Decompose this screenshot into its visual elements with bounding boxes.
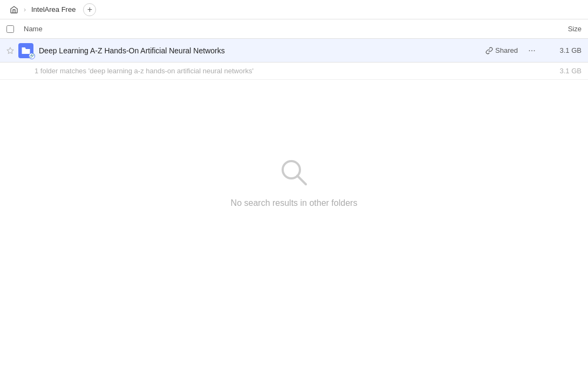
empty-search-icon — [277, 155, 311, 190]
more-options-button[interactable]: ··· — [524, 43, 539, 58]
breadcrumb-add-button[interactable]: + — [83, 3, 96, 16]
svg-marker-0 — [7, 47, 13, 53]
summary-text: 1 folder matches 'deep learning a-z hand… — [35, 67, 544, 75]
file-name: Deep Learning A-Z Hands-On Artificial Ne… — [35, 46, 486, 55]
header-checkbox-wrap — [6, 25, 24, 33]
file-size: 3.1 GB — [544, 46, 582, 54]
breadcrumb-home[interactable] — [6, 4, 22, 15]
breadcrumb-separator: › — [24, 6, 26, 13]
summary-size: 3.1 GB — [544, 67, 582, 75]
select-all-checkbox[interactable] — [6, 25, 14, 33]
svg-line-2 — [297, 176, 306, 184]
empty-state-text: No search results in other folders — [231, 198, 358, 208]
folder-badge: 🔗 — [29, 53, 35, 59]
star-icon[interactable] — [6, 47, 17, 54]
header-name: Name — [24, 25, 538, 33]
file-row[interactable]: 🔗 Deep Learning A-Z Hands-On Artificial … — [0, 39, 588, 63]
shared-badge: Shared — [486, 46, 518, 54]
empty-state: No search results in other folders — [0, 155, 588, 208]
breadcrumb-bar: › IntelArea Free + — [0, 0, 588, 19]
summary-row: 1 folder matches 'deep learning a-z hand… — [0, 63, 588, 80]
table-header: Name Size — [0, 19, 588, 39]
folder-icon-wrap: 🔗 — [17, 43, 35, 58]
header-size: Size — [538, 25, 582, 33]
breadcrumb-current[interactable]: IntelArea Free — [28, 4, 79, 15]
